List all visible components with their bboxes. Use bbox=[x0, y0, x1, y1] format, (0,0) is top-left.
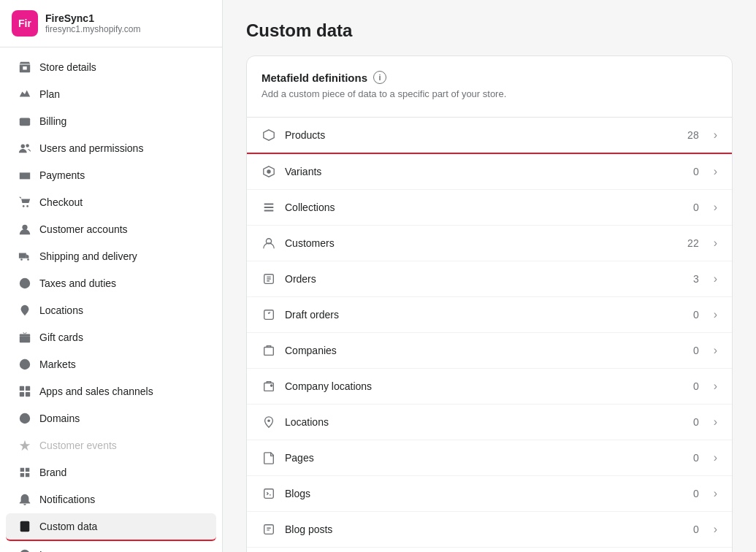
sidebar-item-label-customer-accounts: Customer accounts bbox=[39, 223, 128, 235]
svg-rect-26 bbox=[264, 383, 274, 391]
sidebar-item-label-notifications: Notifications bbox=[39, 494, 95, 505]
metafield-row-collections[interactable]: Collections0› bbox=[247, 190, 732, 226]
company-locations-row-icon bbox=[261, 379, 276, 394]
metafield-row-locations[interactable]: Locations0› bbox=[247, 405, 732, 440]
sidebar-item-checkout[interactable]: Checkout bbox=[6, 189, 216, 215]
sidebar-item-label-plan: Plan bbox=[39, 88, 60, 100]
row-count-companies: 0 bbox=[693, 345, 699, 356]
collections-row-icon bbox=[261, 200, 276, 215]
row-chevron-locations: › bbox=[714, 415, 717, 429]
metafield-row-products[interactable]: Products28› bbox=[247, 118, 732, 154]
sidebar-item-markets[interactable]: Markets bbox=[6, 351, 216, 377]
card-header-title: Metafield definitions i bbox=[261, 71, 717, 84]
row-count-orders: 3 bbox=[693, 273, 699, 285]
sidebar-item-label-taxes-and-duties: Taxes and duties bbox=[39, 277, 116, 289]
sidebar-item-label-billing: Billing bbox=[39, 115, 66, 127]
sidebar-item-label-gift-cards: Gift cards bbox=[39, 331, 83, 343]
svg-point-5 bbox=[22, 225, 27, 230]
store-info: FireSync1 firesync1.myshopify.com bbox=[45, 12, 140, 34]
sidebar-item-label-customer-events: Customer events bbox=[39, 440, 117, 451]
card-subtitle: Add a custom piece of data to a specific… bbox=[261, 88, 717, 99]
products-row-icon bbox=[261, 128, 276, 142]
sidebar-item-label-shipping-and-delivery: Shipping and delivery bbox=[39, 250, 137, 262]
svg-point-9 bbox=[23, 307, 26, 310]
markets-icon bbox=[18, 357, 32, 372]
row-chevron-products: › bbox=[714, 129, 717, 142]
row-label-locations: Locations bbox=[285, 416, 684, 428]
sidebar-item-locations[interactable]: Locations bbox=[6, 297, 216, 323]
sidebar-item-plan[interactable]: Plan bbox=[6, 81, 216, 107]
sidebar-item-gift-cards[interactable]: Gift cards bbox=[6, 324, 216, 350]
draft-orders-row-icon bbox=[261, 307, 276, 322]
sidebar-item-languages[interactable]: Languages bbox=[6, 542, 216, 552]
row-chevron-company-locations: › bbox=[714, 380, 717, 393]
sidebar-item-customer-accounts[interactable]: Customer accounts bbox=[6, 216, 216, 242]
svg-rect-16 bbox=[26, 392, 30, 396]
store-avatar: Fir bbox=[12, 10, 38, 37]
sidebar-item-store-details[interactable]: Store details bbox=[6, 54, 216, 80]
row-label-customers: Customers bbox=[285, 237, 679, 249]
row-chevron-draft-orders: › bbox=[714, 308, 717, 321]
sidebar-item-custom-data[interactable]: Custom data bbox=[6, 513, 216, 541]
row-label-draft-orders: Draft orders bbox=[285, 309, 684, 321]
blog-posts-row-icon bbox=[261, 522, 276, 537]
sidebar-item-users-and-permissions[interactable]: Users and permissions bbox=[6, 135, 216, 161]
metafield-row-company-locations[interactable]: Company locations0› bbox=[247, 369, 732, 405]
svg-point-7 bbox=[27, 258, 29, 261]
svg-point-21 bbox=[267, 169, 270, 173]
metafield-list: Products28›Variants0›Collections0›Custom… bbox=[247, 117, 732, 552]
locations-row-icon bbox=[261, 415, 276, 429]
svg-point-6 bbox=[20, 258, 23, 261]
pages-row-icon bbox=[261, 451, 276, 465]
svg-rect-25 bbox=[264, 348, 274, 356]
plan-icon bbox=[18, 87, 32, 101]
metafield-row-blogs[interactable]: Blogs0› bbox=[247, 476, 732, 512]
sidebar-item-label-users-and-permissions: Users and permissions bbox=[39, 142, 143, 154]
row-count-customers: 22 bbox=[687, 237, 699, 249]
sidebar-item-payments[interactable]: Payments bbox=[6, 162, 216, 188]
sidebar-item-notifications[interactable]: Notifications bbox=[6, 486, 216, 513]
info-icon[interactable]: i bbox=[373, 71, 386, 84]
svg-rect-13 bbox=[20, 386, 24, 391]
metafield-row-orders[interactable]: Orders3› bbox=[247, 261, 732, 297]
sidebar-item-label-apps-and-sales-channels: Apps and sales channels bbox=[39, 386, 153, 397]
sidebar-item-domains[interactable]: Domains bbox=[6, 405, 216, 432]
row-chevron-orders: › bbox=[714, 272, 717, 285]
sidebar-item-apps-and-sales-channels[interactable]: Apps and sales channels bbox=[6, 378, 216, 405]
svg-point-12 bbox=[22, 359, 27, 369]
svg-point-28 bbox=[267, 419, 270, 422]
row-count-collections: 0 bbox=[693, 202, 699, 213]
languages-icon bbox=[18, 548, 32, 552]
row-label-blog-posts: Blog posts bbox=[285, 524, 684, 535]
domains-icon bbox=[18, 411, 32, 426]
metafield-row-pages[interactable]: Pages0› bbox=[247, 440, 732, 476]
sidebar-item-taxes-and-duties[interactable]: Taxes and duties bbox=[6, 270, 216, 296]
sidebar-item-brand[interactable]: Brand bbox=[6, 459, 216, 486]
row-label-companies: Companies bbox=[285, 345, 684, 356]
svg-point-2 bbox=[26, 144, 29, 147]
svg-rect-14 bbox=[26, 386, 30, 391]
svg-point-3 bbox=[23, 205, 25, 207]
brand-icon bbox=[18, 465, 32, 480]
row-label-collections: Collections bbox=[285, 202, 684, 213]
sidebar: Fir FireSync1 firesync1.myshopify.com St… bbox=[0, 0, 223, 552]
row-label-company-locations: Company locations bbox=[285, 380, 684, 392]
metafield-row-variants[interactable]: Variants0› bbox=[247, 154, 732, 190]
sidebar-nav: Store detailsPlanBillingUsers and permis… bbox=[0, 47, 222, 552]
sidebar-item-label-domains: Domains bbox=[39, 413, 80, 424]
row-label-variants: Variants bbox=[285, 166, 684, 177]
sidebar-item-shipping-and-delivery[interactable]: Shipping and delivery bbox=[6, 243, 216, 269]
metafield-row-markets[interactable]: Markets0› bbox=[247, 548, 732, 552]
sidebar-item-label-payments: Payments bbox=[39, 169, 85, 181]
row-count-pages: 0 bbox=[693, 452, 699, 464]
taxes-icon bbox=[18, 276, 32, 291]
metafield-row-blog-posts[interactable]: Blog posts0› bbox=[247, 512, 732, 548]
metafield-row-draft-orders[interactable]: Draft orders0› bbox=[247, 297, 732, 333]
store-icon bbox=[18, 60, 32, 74]
row-chevron-companies: › bbox=[714, 344, 717, 357]
variants-row-icon bbox=[261, 164, 276, 179]
sidebar-item-billing[interactable]: Billing bbox=[6, 108, 216, 134]
metafield-row-customers[interactable]: Customers22› bbox=[247, 226, 732, 261]
metafield-row-companies[interactable]: Companies0› bbox=[247, 333, 732, 369]
row-count-draft-orders: 0 bbox=[693, 309, 699, 321]
